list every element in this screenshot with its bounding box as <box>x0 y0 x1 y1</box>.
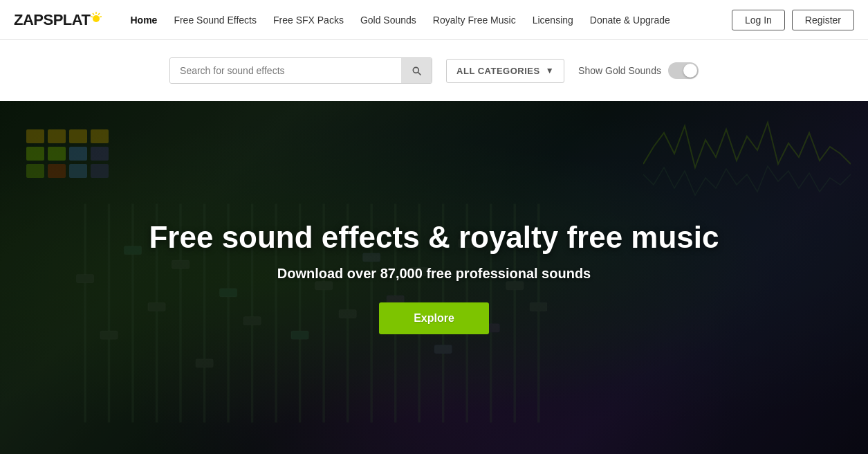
site-header: ZAPSPLAT Home Free Sound Effects Free SF… <box>0 0 868 40</box>
nav-free-sound-effects[interactable]: Free Sound Effects <box>167 10 264 30</box>
search-input[interactable] <box>170 58 401 83</box>
hero-title: Free sound effects & royalty free music <box>149 221 719 254</box>
category-dropdown[interactable]: ALL CATEGORIES ▼ <box>446 59 564 83</box>
svg-line-2 <box>98 13 100 15</box>
explore-button[interactable]: Explore <box>379 302 489 334</box>
logo-sun-icon <box>90 11 102 24</box>
gold-sounds-toggle[interactable] <box>668 62 699 79</box>
svg-line-5 <box>91 17 93 17</box>
search-icon <box>411 65 422 76</box>
nav-licensing[interactable]: Licensing <box>526 10 580 30</box>
login-button[interactable]: Log In <box>732 10 785 30</box>
svg-point-0 <box>93 15 100 22</box>
nav-donate-upgrade[interactable]: Donate & Upgrade <box>583 10 677 30</box>
auth-buttons: Log In Register <box>732 10 854 30</box>
svg-line-4 <box>93 13 94 15</box>
logo-link[interactable]: ZAPSPLAT <box>14 11 102 29</box>
category-label: ALL CATEGORIES <box>456 66 540 76</box>
search-button[interactable] <box>401 58 432 83</box>
gold-sounds-label: Show Gold Sounds <box>578 65 661 76</box>
logo-text: ZAPSPLAT <box>14 11 90 29</box>
search-wrapper <box>169 57 432 84</box>
nav-gold-sounds[interactable]: Gold Sounds <box>353 10 423 30</box>
gold-sounds-toggle-wrapper: Show Gold Sounds <box>578 62 699 79</box>
register-button[interactable]: Register <box>792 10 854 30</box>
hero-content: Free sound effects & royalty free music … <box>0 101 868 454</box>
logo: ZAPSPLAT <box>14 11 102 29</box>
nav-free-sfx-packs[interactable]: Free SFX Packs <box>266 10 351 30</box>
svg-line-3 <box>100 17 102 17</box>
chevron-down-icon: ▼ <box>546 66 554 75</box>
nav-home[interactable]: Home <box>123 10 164 30</box>
search-section: ALL CATEGORIES ▼ Show Gold Sounds <box>0 40 868 101</box>
main-nav: Home Free Sound Effects Free SFX Packs G… <box>123 10 731 30</box>
hero-subtitle: Download over 87,000 free professional s… <box>277 266 591 282</box>
nav-royalty-free-music[interactable]: Royalty Free Music <box>426 10 523 30</box>
hero-section: Free sound effects & royalty free music … <box>0 101 868 454</box>
